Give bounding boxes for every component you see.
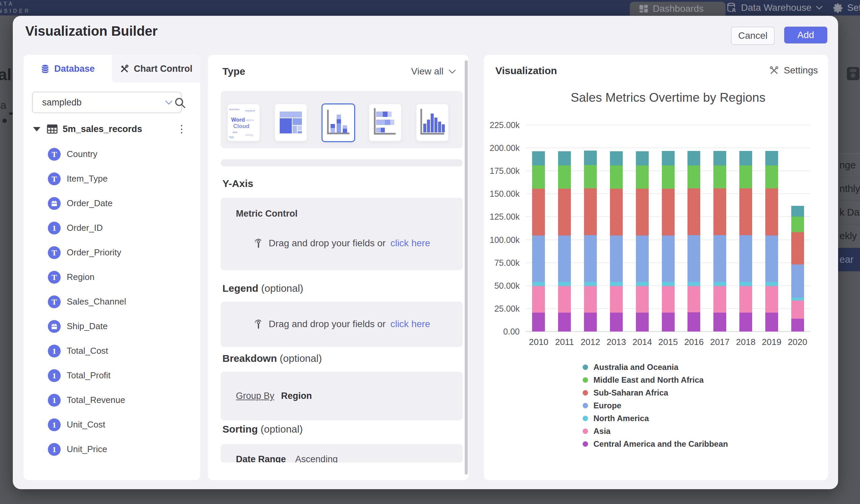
bar-segment bbox=[713, 313, 726, 332]
gridline bbox=[526, 125, 811, 125]
metric-click-here-link[interactable]: click here bbox=[390, 238, 430, 249]
chevron-down-icon bbox=[165, 100, 173, 105]
search-icon[interactable] bbox=[173, 95, 187, 110]
bar-segment bbox=[713, 188, 726, 235]
field-row[interactable]: 1 Total_Profit bbox=[24, 363, 200, 388]
field-row[interactable]: 1 Unit_Price bbox=[24, 437, 200, 462]
caret-down-icon[interactable] bbox=[33, 127, 40, 131]
field-row[interactable]: 1 Total_Cost bbox=[24, 339, 200, 363]
field-row[interactable]: 1 Unit_Cost bbox=[24, 412, 200, 437]
view-all-label: View all bbox=[411, 66, 443, 77]
bar-segment bbox=[636, 313, 649, 332]
field-row[interactable]: Order_Date bbox=[24, 191, 200, 216]
bar-segment bbox=[739, 286, 752, 312]
background-menu-item: ekly bbox=[838, 225, 860, 248]
y-axis-tick: 175.00k bbox=[484, 166, 520, 176]
cancel-button[interactable]: Cancel bbox=[731, 27, 775, 45]
kebab-menu-icon[interactable]: ⋮ bbox=[176, 126, 187, 132]
tools-icon bbox=[769, 66, 779, 75]
database-select[interactable]: sampledb bbox=[32, 92, 182, 113]
table-tree-header[interactable]: 5m_sales_records ⋮ bbox=[24, 119, 200, 139]
bar-segment bbox=[584, 282, 597, 286]
tab-chart-control[interactable]: Chart Control bbox=[112, 55, 200, 83]
tab-database[interactable]: Database bbox=[24, 55, 112, 83]
bar-segment bbox=[610, 151, 623, 166]
bar-segment bbox=[584, 165, 597, 188]
field-label: Unit_Price bbox=[67, 444, 107, 455]
field-row[interactable]: T Sales_Channel bbox=[24, 289, 200, 314]
nav-dashboards: Dashboards bbox=[630, 2, 726, 15]
breakdown-config[interactable]: Group By Region bbox=[221, 372, 463, 420]
panel-scrollbar[interactable] bbox=[465, 60, 468, 475]
word-cloud-word: Word bbox=[231, 117, 245, 123]
bar-2019 bbox=[765, 151, 778, 332]
field-label: Sales_Channel bbox=[67, 297, 126, 307]
metric-dropzone[interactable]: Metric Control Drag and drop your fields… bbox=[221, 198, 463, 270]
bar-segment bbox=[662, 286, 675, 312]
chevron-down-icon bbox=[816, 5, 823, 10]
field-label: Total_Profit bbox=[67, 370, 111, 381]
legend-label: Middle East and North Africa bbox=[593, 375, 704, 385]
field-row[interactable]: 1 Total_Revenue bbox=[24, 388, 200, 412]
type-card-word-cloud[interactable]: Word Cloud business keyword analytics da… bbox=[227, 103, 260, 142]
y-axis-tick: 200.00k bbox=[484, 143, 520, 153]
type-card-treemap[interactable] bbox=[274, 103, 307, 142]
word-cloud-word: tags bbox=[229, 136, 234, 138]
bar-segment bbox=[765, 165, 778, 188]
view-all-button[interactable]: View all bbox=[411, 66, 456, 77]
dashboards-icon bbox=[639, 4, 649, 14]
field-type-icon: 1 bbox=[48, 418, 61, 431]
nav-settings: Settings bbox=[832, 0, 860, 15]
bar-2018 bbox=[739, 151, 752, 332]
legend-item[interactable]: Central America and the Caribbean bbox=[583, 438, 728, 450]
legend-label: Sub-Saharan Africa bbox=[593, 388, 668, 398]
legend-click-here-link[interactable]: click here bbox=[390, 319, 430, 330]
data-warehouse-icon bbox=[726, 2, 737, 13]
field-row[interactable]: T Item_Type bbox=[24, 167, 200, 191]
legend-dropzone[interactable]: Drag and drop your fields or click here bbox=[221, 302, 463, 347]
legend-item[interactable]: Sub-Saharan Africa bbox=[583, 386, 728, 399]
legend-item[interactable]: North America bbox=[583, 412, 728, 425]
bar-segment bbox=[739, 235, 752, 282]
sorting-heading: Sorting (optional) bbox=[223, 423, 303, 435]
bar-segment bbox=[739, 151, 752, 165]
bar-segment bbox=[532, 282, 545, 286]
viz-settings-button[interactable]: Settings bbox=[769, 65, 818, 76]
legend-item[interactable]: Middle East and North Africa bbox=[583, 374, 728, 386]
bar-segment bbox=[636, 235, 649, 282]
add-button[interactable]: Add bbox=[784, 27, 827, 43]
type-card-column[interactable] bbox=[416, 103, 449, 142]
field-row[interactable]: 1 Order_ID bbox=[24, 216, 200, 240]
bar-segment bbox=[791, 206, 804, 216]
field-type-icon: T bbox=[48, 246, 61, 259]
yaxis-heading: Y-Axis bbox=[223, 178, 254, 189]
field-row[interactable]: T Region bbox=[24, 265, 200, 289]
type-card-stacked-column[interactable] bbox=[321, 103, 355, 142]
y-axis-tick: 125.00k bbox=[484, 212, 520, 222]
legend-item[interactable]: Europe bbox=[583, 399, 728, 412]
bar-segment bbox=[713, 165, 726, 188]
legend-label: Europe bbox=[593, 401, 621, 411]
database-select-value: sampledb bbox=[42, 97, 82, 108]
type-card-stacked-bar[interactable] bbox=[369, 103, 402, 142]
bar-segment bbox=[687, 235, 700, 282]
word-cloud-word: Cloud bbox=[233, 123, 249, 130]
field-row[interactable]: T Country bbox=[24, 142, 200, 167]
legend-item[interactable]: Asia bbox=[583, 425, 728, 438]
bar-segment bbox=[765, 282, 778, 286]
field-row[interactable]: T Order_Priority bbox=[24, 240, 200, 265]
sorting-config[interactable]: Date Range Ascending bbox=[221, 444, 463, 463]
chart-builder-panel: Type View all Word Cloud business keywor… bbox=[208, 55, 469, 480]
type-strip-scrollbar[interactable] bbox=[221, 159, 463, 167]
field-row[interactable]: Ship_Date bbox=[24, 314, 200, 339]
field-label: Order_Date bbox=[67, 198, 113, 208]
legend-item[interactable]: Australia and Oceania bbox=[583, 361, 728, 374]
bar-segment bbox=[610, 189, 623, 235]
legend-dot bbox=[583, 403, 588, 408]
field-label: Unit_Cost bbox=[67, 419, 105, 430]
visualization-panel: Visualization Settings Sales Metrics Ove… bbox=[484, 55, 828, 480]
bar-segment bbox=[532, 165, 545, 188]
bar-segment bbox=[739, 165, 752, 188]
table-icon bbox=[46, 124, 58, 134]
group-by-link[interactable]: Group By bbox=[236, 391, 274, 401]
